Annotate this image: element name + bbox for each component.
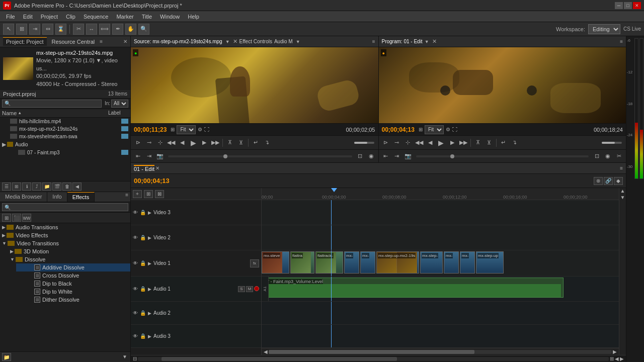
source-step-back-btn[interactable]: ◀◀: [166, 138, 176, 148]
source-extract-btn[interactable]: ⊻: [236, 138, 246, 148]
tl-snap-btn[interactable]: ⊗: [594, 177, 603, 185]
menu-sequence[interactable]: Sequence: [79, 13, 113, 21]
video-3-content[interactable]: [262, 200, 619, 225]
clip-mx-step-up2[interactable]: mx-step-up: [476, 251, 504, 274]
prog-trim-btn[interactable]: ✂: [614, 151, 624, 161]
prog-prev-edit-btn[interactable]: ⇤: [381, 151, 391, 161]
prog-step-back-btn[interactable]: ◀◀: [414, 138, 424, 148]
vscroll-up-btn[interactable]: ▲: [619, 188, 626, 194]
tab-resource-central[interactable]: Resource Central: [49, 38, 98, 46]
prog-output-btn[interactable]: ◉: [603, 151, 613, 161]
tl-marker-btn[interactable]: ◆: [614, 177, 623, 185]
clear-btn[interactable]: 🗑: [62, 183, 71, 191]
a1-solo-btn[interactable]: S: [238, 286, 245, 292]
track-expand-a2[interactable]: ▶: [148, 311, 151, 316]
list-item[interactable]: mx-steveshelmetcam-swa: [0, 133, 130, 140]
program-settings-btn[interactable]: ⚙: [446, 127, 450, 132]
tab-media-browser[interactable]: Media Browser: [0, 192, 47, 202]
source-fullscreen-btn[interactable]: ⛶: [204, 127, 209, 132]
clip-mx-steve[interactable]: mx-steve: [262, 251, 289, 274]
tl-link-toggle[interactable]: ⊠: [155, 190, 164, 198]
new-bin-btn[interactable]: 📁: [42, 183, 51, 191]
effects-new-custom-bin[interactable]: 📁: [2, 353, 11, 361]
source-fit-select[interactable]: Fit: [177, 125, 196, 134]
fold-icon[interactable]: ▶: [10, 249, 14, 254]
tab-effects[interactable]: Effects: [67, 192, 95, 202]
selection-tool[interactable]: ↖: [3, 24, 14, 35]
sort-btn[interactable]: ⤴: [32, 183, 41, 191]
clip-mx-step-up[interactable]: mx-step-up-mx2-19s: [376, 251, 419, 274]
prog-extract-btn[interactable]: ⊻: [484, 138, 494, 148]
track-expand-a1[interactable]: ▶: [148, 287, 151, 292]
timeline-tab-close[interactable]: ✕: [155, 165, 159, 171]
video-2-content[interactable]: [262, 225, 619, 250]
clip-mx4[interactable]: mx-: [460, 251, 475, 274]
zoom-track[interactable]: [138, 357, 609, 361]
track-lock-a3[interactable]: 🔒: [140, 333, 146, 339]
folder-audio-transitions-header[interactable]: ▶ Audio Transitions: [0, 223, 130, 231]
prog-jog-bar[interactable]: [416, 155, 589, 157]
hscroll-track[interactable]: [269, 350, 612, 354]
fold-icon[interactable]: ▶: [2, 141, 7, 148]
tab-program[interactable]: Program: 01 - Edit: [382, 39, 423, 44]
menu-clip[interactable]: Clip: [62, 13, 79, 21]
clip-mx-step3[interactable]: mx-step-: [420, 251, 443, 274]
track-lock-v1[interactable]: 🔒: [140, 260, 146, 266]
tab-audio-mixer[interactable]: Audio M: [274, 39, 293, 44]
workspace-selector[interactable]: Editing Color Audio Effects: [588, 24, 620, 34]
tl-add-track-btn[interactable]: +: [133, 190, 142, 198]
source-out-point-btn[interactable]: ⊹: [155, 138, 165, 148]
timeline-panel-options[interactable]: ≡: [620, 165, 623, 171]
audio-clip-faint[interactable]: 07 - Faint.mp3_Volume:Level: [262, 278, 564, 298]
list-item[interactable]: hills-hillclimbs.mp4: [0, 118, 130, 125]
effect-item-additive-dissolve[interactable]: ▨ Additive Dissolve: [16, 263, 130, 272]
zoom-in-btn[interactable]: ▶: [620, 356, 624, 361]
track-expand-v1[interactable]: ▶: [148, 261, 151, 266]
v1-track-header-btn[interactable]: fx: [250, 259, 259, 267]
prog-next-edit-btn[interactable]: ⇥: [392, 151, 402, 161]
a1-mute-btn[interactable]: M: [246, 286, 253, 292]
source-lift-btn[interactable]: ⊼: [225, 138, 235, 148]
source-overwrite-btn[interactable]: ↴: [262, 138, 272, 148]
clip-mx1[interactable]: mx-: [344, 251, 359, 274]
prog-safe-margins-btn[interactable]: ⊡: [592, 151, 602, 161]
col-name[interactable]: Name ▲: [2, 110, 108, 116]
hand-tool[interactable]: ✋: [125, 24, 136, 35]
zoom-tool[interactable]: 🔍: [138, 24, 149, 35]
source-jog-bar[interactable]: [168, 155, 352, 157]
zoom-right-btn[interactable]: ⊞: [610, 356, 614, 361]
source-panel-options[interactable]: ≡: [372, 39, 375, 44]
scroll-down-arrow[interactable]: ▼: [121, 353, 128, 360]
audio-2-content[interactable]: [262, 302, 619, 325]
prog-in-point-btn[interactable]: ⊸: [392, 138, 402, 148]
track-expand-a3[interactable]: ▶: [148, 334, 151, 339]
effect-item-cross-dissolve[interactable]: ▨ Cross Dissolve: [16, 272, 130, 280]
source-step-fwd1-btn[interactable]: ▶: [199, 138, 209, 148]
source-play-btn[interactable]: ▶: [188, 138, 198, 148]
tab-effect-controls[interactable]: Effect Controls: [239, 39, 272, 44]
source-timecode-left[interactable]: 00;00;11;23: [134, 126, 167, 133]
track-expand-v3[interactable]: ▶: [148, 210, 151, 215]
track-eye-a1[interactable]: 👁: [133, 286, 138, 292]
menu-title[interactable]: Title: [138, 13, 156, 21]
prog-add-marker-btn[interactable]: ⊳: [381, 138, 391, 148]
hscroll-thumb[interactable]: [269, 350, 474, 354]
prog-step-fwd1-btn[interactable]: ▶: [447, 138, 457, 148]
menu-project[interactable]: Project: [37, 13, 62, 21]
folder-video-transitions-header[interactable]: ▼ Video Transitions: [0, 239, 130, 247]
fold-icon[interactable]: ▼: [2, 241, 7, 246]
prog-overwrite-btn[interactable]: ↴: [510, 138, 520, 148]
slip-tool[interactable]: ↔: [86, 24, 97, 35]
source-next-edit-btn[interactable]: ⇥: [144, 151, 154, 161]
hscroll-left-btn[interactable]: ◀: [263, 349, 269, 354]
cs-live-label[interactable]: CS Live: [623, 26, 641, 32]
effects-toolbar-btn1[interactable]: ⊞: [2, 214, 11, 222]
track-eye-v1[interactable]: 👁: [133, 260, 138, 266]
program-fit-select[interactable]: Fit: [425, 125, 444, 134]
vscroll-down-btn[interactable]: ▼: [619, 195, 626, 200]
source-close-btn[interactable]: ✕: [233, 38, 237, 45]
timeline-playhead-timecode[interactable]: 00;00;04;13: [134, 177, 170, 185]
panel-close-btn[interactable]: ✕: [123, 39, 127, 44]
zoom-left-btn[interactable]: ⊟: [133, 356, 137, 361]
pen-tool[interactable]: ✒: [112, 24, 123, 35]
